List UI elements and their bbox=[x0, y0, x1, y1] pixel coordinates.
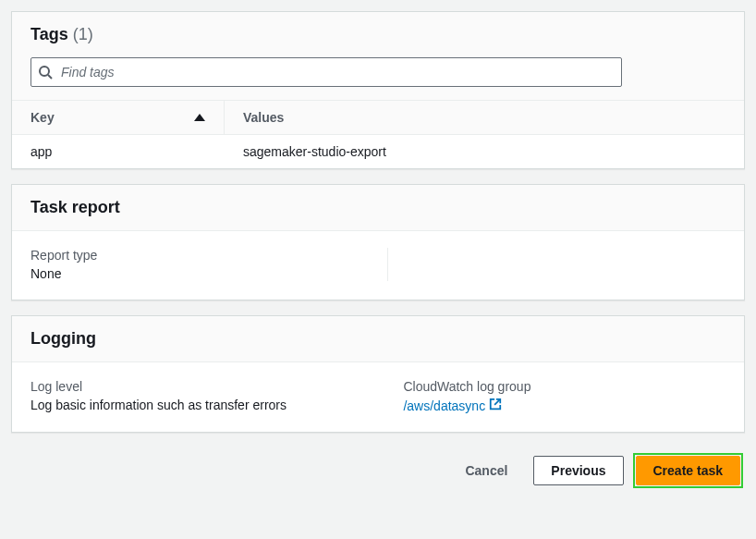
report-empty-col bbox=[388, 248, 726, 281]
tags-title: Tags (1) bbox=[30, 25, 93, 43]
svg-line-2 bbox=[494, 399, 500, 405]
report-type-field: Report type None bbox=[30, 248, 388, 281]
col-header-values-text: Values bbox=[243, 110, 284, 125]
search-input[interactable] bbox=[30, 57, 622, 87]
log-level-label: Log level bbox=[30, 379, 384, 394]
svg-point-0 bbox=[40, 67, 49, 76]
cw-log-group-link[interactable]: /aws/datasync bbox=[403, 398, 502, 413]
task-report-header: Task report bbox=[12, 185, 744, 231]
report-type-label: Report type bbox=[30, 248, 369, 263]
col-header-values[interactable]: Values bbox=[225, 101, 744, 134]
cell-value: sagemaker-studio-export bbox=[225, 135, 744, 168]
logging-panel: Logging Log level Log basic information … bbox=[11, 315, 745, 433]
logging-body: Log level Log basic information such as … bbox=[12, 362, 744, 432]
tags-title-text: Tags bbox=[30, 25, 68, 43]
tags-table-header: Key Values bbox=[12, 100, 744, 135]
previous-button[interactable]: Previous bbox=[533, 456, 623, 485]
logging-title: Logging bbox=[30, 329, 96, 348]
col-header-key[interactable]: Key bbox=[12, 101, 225, 134]
sort-asc-icon bbox=[194, 114, 205, 121]
cell-key: app bbox=[12, 135, 225, 168]
tags-panel-header: Tags (1) bbox=[12, 12, 744, 50]
cw-group-label: CloudWatch log group bbox=[403, 379, 726, 394]
table-row: app sagemaker-studio-export bbox=[12, 135, 744, 168]
log-level-field: Log level Log basic information such as … bbox=[30, 379, 384, 413]
footer-actions: Cancel Previous Create task bbox=[11, 447, 745, 490]
task-report-body: Report type None bbox=[12, 231, 744, 300]
cw-log-group-link-text: /aws/datasync bbox=[403, 398, 485, 413]
tags-panel: Tags (1) Key Values app sagemaker-studio… bbox=[11, 11, 745, 169]
cancel-button[interactable]: Cancel bbox=[448, 456, 524, 485]
external-link-icon bbox=[489, 398, 502, 413]
search-icon bbox=[38, 65, 53, 80]
logging-header: Logging bbox=[12, 316, 744, 362]
cw-log-group-field: CloudWatch log group /aws/datasync bbox=[384, 379, 726, 413]
cw-group-value: /aws/datasync bbox=[403, 398, 726, 413]
report-type-value: None bbox=[30, 266, 369, 281]
task-report-panel: Task report Report type None bbox=[11, 184, 745, 300]
col-header-key-text: Key bbox=[30, 110, 55, 125]
search-input-wrap bbox=[30, 57, 622, 87]
create-task-button[interactable]: Create task bbox=[636, 456, 741, 485]
svg-line-1 bbox=[48, 75, 52, 79]
create-task-highlight: Create task bbox=[633, 453, 744, 488]
tags-search-row bbox=[12, 50, 744, 100]
tags-count: (1) bbox=[73, 25, 93, 43]
log-level-value: Log basic information such as transfer e… bbox=[30, 398, 384, 412]
task-report-title: Task report bbox=[30, 198, 120, 216]
